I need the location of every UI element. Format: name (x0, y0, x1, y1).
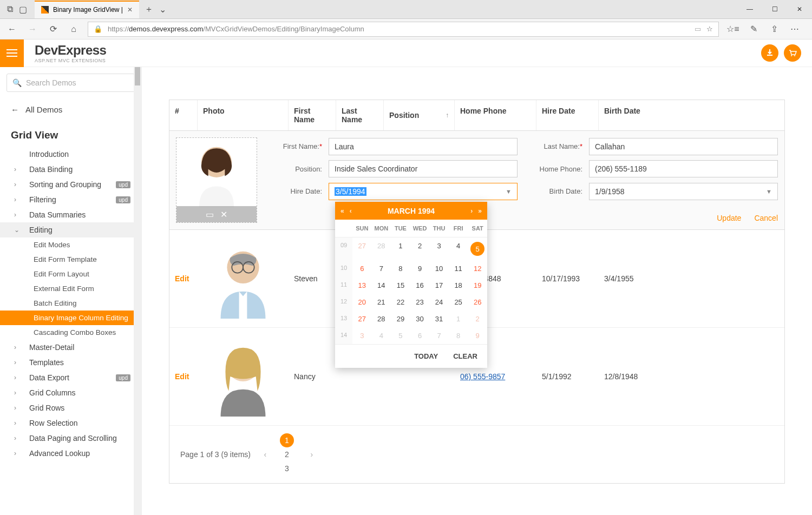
first-name-input[interactable] (329, 138, 518, 155)
calendar-day[interactable]: 18 (449, 277, 468, 294)
sidebar-item[interactable]: ›Row Selection (0, 415, 141, 431)
calendar-day[interactable]: 29 (391, 311, 410, 327)
prev-month-icon[interactable]: ‹ (350, 207, 352, 215)
calendar-day[interactable]: 9 (410, 260, 430, 277)
calendar-day[interactable]: 3 (429, 237, 449, 260)
calendar-day[interactable]: 8 (449, 327, 468, 344)
position-input[interactable] (329, 160, 518, 177)
col-hire[interactable]: Hire Date (536, 100, 599, 130)
page-button[interactable]: 2 (280, 447, 294, 461)
close-icon[interactable]: ✕ (220, 209, 227, 220)
reading-icon[interactable]: ▭ (695, 25, 701, 33)
prev-year-icon[interactable]: « (340, 207, 344, 215)
refresh-button[interactable]: ⟳ (47, 23, 60, 36)
sidebar-item[interactable]: ›Sorting and Groupingupd (0, 177, 141, 192)
calendar-day[interactable]: 8 (391, 260, 410, 277)
all-demos-link[interactable]: ← All Demos (0, 98, 141, 121)
calendar-day[interactable]: 6 (410, 327, 430, 344)
phone-input[interactable] (589, 160, 778, 177)
calendar-day[interactable]: 20 (352, 294, 372, 311)
calendar-day[interactable]: 1 (449, 311, 468, 327)
sidebar-item[interactable]: Binary Image Column Editing (0, 311, 141, 325)
calendar-day[interactable]: 10 (429, 260, 449, 277)
col-position[interactable]: Position↑ (384, 100, 455, 130)
search-input[interactable]: 🔍 Search Demos (6, 74, 135, 92)
home-button[interactable]: ⌂ (67, 23, 80, 36)
sidebar-item[interactable]: Edit Form Template (0, 252, 141, 267)
sidebar-item[interactable]: ›Grid Rows (0, 400, 141, 415)
today-button[interactable]: TODAY (414, 352, 438, 360)
sidebar-item[interactable]: Cascading Combo Boxes (0, 325, 141, 340)
calendar-day[interactable]: 12 (468, 260, 487, 277)
sidebar-item[interactable]: ⌄Editing (0, 222, 141, 237)
calendar-day[interactable]: 25 (449, 294, 468, 311)
calendar-day[interactable]: 4 (449, 237, 468, 260)
calendar-day[interactable]: 28 (372, 311, 391, 327)
photo-upload[interactable]: ▭ ✕ (176, 137, 257, 223)
back-button[interactable]: ← (5, 23, 18, 36)
calendar-day[interactable]: 5 (391, 327, 410, 344)
calendar-day[interactable]: 4 (372, 327, 391, 344)
last-name-input[interactable] (589, 138, 778, 155)
calendar-day[interactable]: 22 (391, 294, 410, 311)
favorite-icon[interactable]: ☆ (706, 25, 713, 33)
col-last-name[interactable]: Last Name (336, 100, 384, 130)
col-first-name[interactable]: First Name (289, 100, 336, 130)
calendar-day[interactable]: 13 (352, 277, 372, 294)
sidebar-item[interactable]: Edit Modes (0, 237, 141, 252)
calendar-day[interactable]: 30 (410, 311, 430, 327)
close-icon[interactable]: ✕ (127, 6, 133, 14)
phone-link[interactable]: 06) 555-9857 (460, 372, 505, 381)
birth-date-input[interactable]: 1/9/1958▼ (589, 183, 778, 200)
calendar-day[interactable]: 28 (372, 237, 391, 260)
cart-button[interactable] (784, 44, 801, 62)
sidebar-item[interactable]: ›Grid Columns (0, 385, 141, 400)
close-button[interactable]: ✕ (787, 1, 812, 18)
sidebar-item[interactable]: ›Data Binding (0, 162, 141, 177)
more-icon[interactable]: ⋯ (788, 23, 801, 36)
col-birth[interactable]: Birth Date (599, 100, 784, 130)
new-tab-icon[interactable]: ＋ (145, 5, 153, 14)
clear-button[interactable]: CLEAR (453, 352, 477, 360)
tab-aside-icon[interactable]: ▢ (18, 5, 27, 14)
calendar-day[interactable]: 7 (429, 327, 449, 344)
col-photo[interactable]: Photo (198, 100, 289, 130)
calendar-day[interactable]: 9 (468, 327, 487, 344)
col-hash[interactable]: # (169, 100, 198, 130)
calendar-day[interactable]: 6 (352, 260, 372, 277)
minimize-button[interactable]: — (737, 1, 762, 18)
url-input[interactable]: 🔒 https://demos.devexpress.com/MVCxGridV… (88, 22, 719, 37)
calendar-day[interactable]: 2 (410, 237, 430, 260)
calendar-day[interactable]: 11 (449, 260, 468, 277)
next-month-icon[interactable]: › (470, 207, 473, 215)
hire-date-input[interactable]: 3/5/1994▼ (329, 183, 518, 200)
sidebar-item[interactable]: ›Templates (0, 355, 141, 370)
tab-menu-icon[interactable]: ⌄ (159, 5, 167, 14)
sidebar-item[interactable]: ›Data Exportupd (0, 370, 141, 385)
calendar-day[interactable]: 2 (468, 311, 487, 327)
sidebar-item[interactable]: ›Master-Detail (0, 340, 141, 355)
calendar-day[interactable]: 3 (352, 327, 372, 344)
sidebar-item[interactable]: Edit Form Layout (0, 267, 141, 281)
hamburger-menu[interactable] (0, 39, 24, 67)
calendar-title[interactable]: MARCH 1994 (388, 207, 435, 215)
calendar-day[interactable]: 16 (410, 277, 430, 294)
share-icon[interactable]: ⇪ (768, 23, 781, 36)
calendar-day[interactable]: 27 (352, 311, 372, 327)
calendar-day[interactable]: 23 (410, 294, 430, 311)
sidebar-item[interactable]: ›Data Paging and Scrolling (0, 431, 141, 446)
calendar-day[interactable]: 21 (372, 294, 391, 311)
calendar-day[interactable]: 5 (468, 237, 487, 260)
sidebar-item[interactable]: Introduction (0, 147, 141, 162)
calendar-day[interactable]: 24 (429, 294, 449, 311)
calendar-day[interactable]: 26 (468, 294, 487, 311)
calendar-day[interactable]: 1 (391, 237, 410, 260)
next-page-icon[interactable]: › (305, 447, 319, 461)
notes-icon[interactable]: ✎ (747, 23, 760, 36)
sidebar-item[interactable]: ›Filteringupd (0, 192, 141, 207)
scrollbar-track[interactable] (134, 67, 141, 515)
col-phone[interactable]: Home Phone (455, 100, 536, 130)
calendar-day[interactable]: 17 (429, 277, 449, 294)
favorites-icon[interactable]: ☆≡ (726, 23, 739, 36)
edit-link[interactable]: Edit (169, 367, 198, 386)
